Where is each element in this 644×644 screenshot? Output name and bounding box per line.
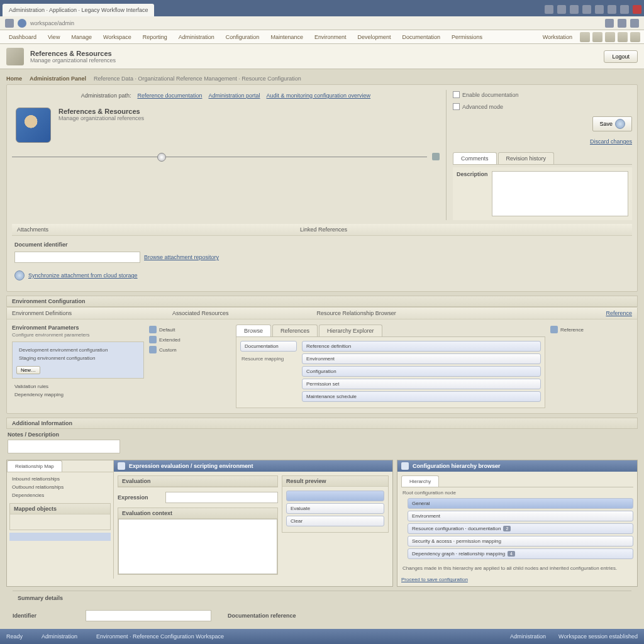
res-item[interactable]: Extended — [149, 335, 231, 345]
relmap-sel[interactable] — [9, 533, 111, 541]
toolbar-icon[interactable] — [545, 5, 553, 14]
menu-administration[interactable]: Administration — [174, 32, 219, 42]
res-item[interactable]: Default — [149, 325, 231, 335]
toolbar-icon[interactable] — [557, 5, 566, 14]
logout-button[interactable]: Logout — [604, 50, 638, 63]
help-icon[interactable] — [618, 32, 628, 42]
checkbox-enable-doc[interactable] — [453, 91, 460, 98]
menu-manage[interactable]: Manage — [66, 32, 97, 42]
toolbar-icon[interactable] — [570, 5, 579, 14]
tab-relmap[interactable]: Relationship Map — [7, 460, 62, 472]
result-row[interactable] — [286, 491, 384, 501]
hier-save-link[interactable]: Proceed to save configuration — [401, 577, 468, 582]
menu-view[interactable]: View — [43, 32, 65, 42]
relmap-item[interactable]: Dependencies — [9, 491, 111, 499]
cloud-sync-link[interactable]: Synchronize attachment from cloud storag… — [28, 272, 138, 279]
reload-icon[interactable] — [605, 19, 614, 28]
account-label: Workstation — [538, 32, 577, 42]
menu-configuration[interactable]: Configuration — [221, 32, 265, 42]
gear-icon[interactable] — [592, 32, 602, 42]
validation-link[interactable]: Validation rules — [12, 382, 144, 391]
toolbar-icon[interactable] — [633, 5, 641, 14]
env-row[interactable]: Development environment configuration — [16, 346, 140, 354]
toolbar-icon[interactable] — [582, 5, 591, 14]
dep-map-link[interactable]: Dependency mapping — [12, 391, 144, 399]
result-row[interactable]: Clear — [286, 516, 384, 526]
rel-node[interactable]: Environment — [302, 353, 541, 364]
env-row[interactable]: Staging environment configuration — [16, 354, 140, 362]
toolbar-icon[interactable] — [620, 5, 629, 14]
hier-node[interactable]: Security & access · permission mapping — [408, 536, 633, 547]
checkbox-advanced[interactable] — [453, 103, 460, 110]
identity-panel: Administration path: Reference documenta… — [6, 84, 638, 292]
breadcrumb-item[interactable]: Home — [6, 75, 22, 82]
breadcrumb-item: Reference Data · Organizational Referenc… — [94, 75, 301, 82]
hierarchy-pane: Configuration hierarchy browser Hierarch… — [397, 460, 638, 587]
rel-node[interactable]: Permission set — [302, 379, 541, 389]
relmap-item[interactable]: Inbound relationships — [9, 475, 111, 483]
menu-development[interactable]: Development — [352, 32, 396, 42]
tab-hierarchy[interactable]: Hierarchy Explorer — [319, 325, 382, 336]
tab-comments[interactable]: Comments — [453, 152, 497, 164]
tab-references[interactable]: References — [272, 325, 318, 336]
back-icon[interactable] — [5, 19, 14, 28]
browser-tab[interactable]: Administration · Application · Legacy Wo… — [3, 4, 154, 16]
slider-end-icon — [432, 153, 440, 160]
save-button[interactable]: Save — [592, 116, 632, 131]
logout-icon[interactable] — [630, 32, 640, 42]
hier-node[interactable]: Resource configuration · documentation2 — [408, 523, 633, 534]
menu-permissions[interactable]: Permissions — [447, 32, 487, 42]
relmap-item[interactable] — [9, 541, 111, 549]
toolbar-icon[interactable] — [595, 5, 604, 14]
portal-link[interactable]: Administration portal — [208, 92, 260, 99]
res-item[interactable]: Custom — [149, 345, 231, 355]
summary-title: Summary details — [13, 591, 631, 603]
inbox-icon[interactable] — [605, 32, 615, 42]
expr-input[interactable] — [165, 492, 278, 503]
hier-node[interactable]: Environment — [408, 511, 633, 521]
mapped-title: Mapped objects — [10, 504, 110, 514]
env-def-title: Environment Definitions — [12, 310, 72, 316]
rel-node[interactable]: Reference definition — [302, 341, 541, 352]
discard-link[interactable]: Discard changes — [590, 138, 632, 145]
rel-node[interactable]: Documentation — [240, 341, 297, 352]
hier-root: Root configuration node — [401, 487, 633, 498]
expr-eval-tab[interactable]: Evaluation — [118, 476, 277, 487]
ref-icon-row[interactable]: Reference — [550, 325, 632, 335]
hier-node[interactable]: General — [408, 498, 633, 509]
tab-hier[interactable]: Hierarchy — [401, 475, 439, 487]
browse-link[interactable]: Browse attachment repository — [144, 254, 219, 260]
tab-revisions[interactable]: Revision history — [498, 152, 555, 164]
toolbar-icon[interactable] — [608, 5, 616, 14]
user-icon[interactable] — [580, 32, 590, 42]
new-env-button[interactable]: New… — [16, 366, 40, 374]
eval-ctx-area[interactable] — [118, 519, 277, 574]
doc-id-input[interactable] — [14, 252, 140, 263]
tab-browse[interactable]: Browse — [236, 325, 271, 336]
bookmark-icon[interactable] — [618, 19, 626, 28]
audit-link[interactable]: Audit & monitoring configuration overvie… — [267, 92, 371, 99]
doc-link[interactable]: Reference documentation — [137, 92, 202, 99]
expr-label: Expression — [118, 494, 162, 501]
breadcrumb-item[interactable]: Administration Panel — [30, 75, 86, 82]
menu-documentation[interactable]: Documentation — [397, 32, 446, 42]
relmap-item[interactable]: Outbound relationships — [9, 483, 111, 491]
hier-node[interactable]: Dependency graph · relationship mapping4 — [408, 548, 633, 559]
section-additional: Additional Information — [6, 418, 638, 429]
menu-dashboard[interactable]: Dashboard — [4, 32, 42, 42]
rel-node[interactable]: Maintenance schedule — [302, 391, 541, 402]
rel-node[interactable]: Configuration — [302, 366, 541, 377]
menu-environment[interactable]: Environment — [309, 32, 352, 42]
slider-thumb[interactable] — [157, 153, 166, 162]
notes-textarea[interactable] — [492, 171, 628, 216]
menu-reporting[interactable]: Reporting — [138, 32, 172, 42]
menu-maintenance[interactable]: Maintenance — [265, 32, 308, 42]
notes-input[interactable] — [8, 440, 120, 453]
id-input[interactable] — [86, 610, 211, 621]
ref-link[interactable]: Reference — [606, 310, 632, 316]
breadcrumb: Home Administration Panel Reference Data… — [6, 73, 638, 84]
result-row[interactable]: Evaluate — [286, 503, 384, 514]
menu-icon[interactable] — [630, 19, 639, 28]
progress-slider[interactable] — [12, 157, 427, 157]
menu-workspace[interactable]: Workspace — [98, 32, 136, 42]
